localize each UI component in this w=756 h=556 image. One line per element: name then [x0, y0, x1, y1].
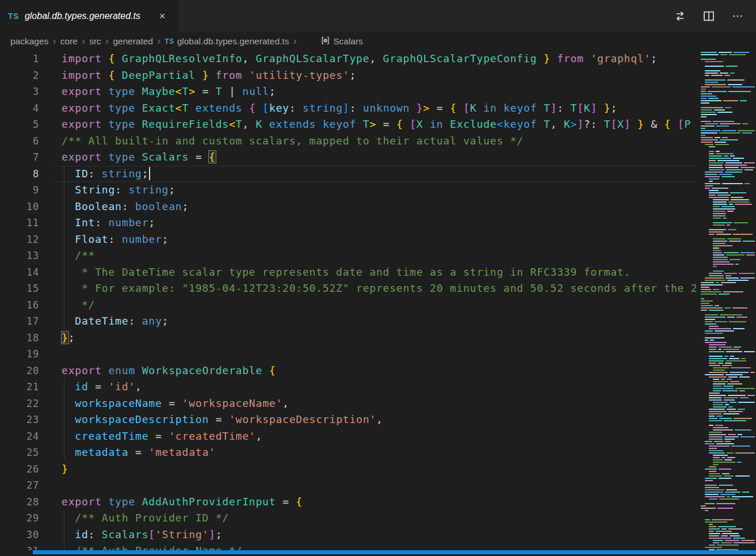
line-number[interactable]: 25 — [0, 444, 52, 461]
code-line[interactable]: /** All built-in and custom scalars, map… — [52, 133, 696, 150]
code-token: String — [75, 184, 115, 196]
code-area[interactable]: 1import { GraphQLResolveInfo, GraphQLSca… — [0, 51, 696, 550]
minimap-line — [701, 346, 755, 348]
line-number[interactable]: 5 — [0, 116, 52, 133]
line-number[interactable]: 9 — [0, 182, 52, 199]
code-line[interactable]: /** Auth Provider ID */ — [52, 510, 696, 527]
line-number[interactable]: 17 — [0, 313, 52, 330]
line-number[interactable]: 21 — [0, 379, 52, 395]
breadcrumb-item-file[interactable]: TS global.db.types.generated.ts — [165, 36, 289, 47]
line-number[interactable]: 18 — [0, 330, 52, 346]
line-number[interactable]: 31 — [0, 543, 52, 550]
minimap-line — [701, 411, 755, 412]
line-number[interactable]: 24 — [0, 428, 52, 445]
breadcrumb-item-packages[interactable]: packages — [10, 36, 48, 47]
minimap-line — [701, 409, 755, 410]
line-number[interactable]: 6 — [0, 133, 52, 150]
code-line[interactable]: id: Scalars['String']; — [52, 527, 696, 543]
more-actions-icon[interactable] — [730, 8, 746, 24]
line-number[interactable]: 1 — [0, 51, 52, 67]
line-number[interactable]: 2 — [0, 67, 52, 84]
minimap-line — [701, 317, 755, 318]
minimap-line — [701, 498, 755, 500]
code-line[interactable]: }; — [52, 330, 696, 346]
code-line[interactable]: export type Scalars = { — [52, 149, 696, 166]
line-number[interactable]: 13 — [0, 247, 52, 264]
line-number[interactable]: 11 — [0, 215, 52, 231]
minimap-line — [701, 195, 755, 196]
line-number[interactable]: 28 — [0, 494, 52, 511]
code-token: , — [242, 118, 255, 130]
code-line[interactable]: Boolean: boolean; — [52, 199, 696, 215]
line-number[interactable]: 29 — [0, 510, 52, 527]
code-line[interactable]: export type AddAuthProviderInput = { — [52, 494, 696, 511]
code-line[interactable]: import { DeepPartial } from 'utility-typ… — [52, 67, 696, 84]
minimap-line — [701, 422, 755, 424]
code-line[interactable]: /** Auth Provider Name */ — [52, 543, 696, 550]
line-number[interactable]: 15 — [0, 280, 52, 297]
line-number[interactable]: 26 — [0, 461, 52, 478]
code-line[interactable]: ID: string; — [52, 166, 696, 182]
minimap-line — [701, 160, 755, 161]
line-number[interactable]: 27 — [0, 477, 52, 494]
minimap-line — [701, 321, 755, 322]
minimap[interactable] — [696, 51, 756, 550]
code-line[interactable]: export type Exact<T extends { [key: stri… — [52, 100, 696, 117]
code-line[interactable]: DateTime: any; — [52, 313, 696, 330]
tab-global-db-types[interactable]: TS global.db.types.generated.ts × — [0, 0, 178, 32]
code-line[interactable]: id = 'id', — [52, 379, 696, 395]
line-number[interactable]: 4 — [0, 100, 52, 117]
code-token: } — [417, 102, 423, 114]
breadcrumb-item-src[interactable]: src — [89, 36, 101, 47]
breadcrumb-item-core[interactable]: core — [60, 36, 78, 47]
code-line[interactable]: workspaceName = 'workspaceName', — [52, 395, 696, 412]
line-number[interactable]: 7 — [0, 149, 52, 166]
code-line[interactable]: export type RequireFields<T, K extends k… — [52, 116, 696, 133]
code-line[interactable]: metadata = 'metadata' — [52, 444, 696, 461]
line-number[interactable]: 3 — [0, 83, 52, 100]
code-line[interactable]: export enum WorkspaceOrderable { — [52, 363, 696, 379]
code-token: ; — [162, 315, 169, 327]
line-number[interactable]: 8 — [0, 166, 52, 182]
code-line[interactable] — [52, 477, 696, 494]
code-line[interactable]: import { GraphQLResolveInfo, GraphQLScal… — [52, 51, 696, 67]
minimap-line — [701, 462, 755, 463]
line-number[interactable]: 30 — [0, 527, 52, 543]
code-token: T — [236, 118, 243, 130]
minimap-line — [701, 508, 755, 509]
code-line[interactable]: createdTime = 'createdTime', — [52, 428, 696, 445]
code-line[interactable] — [52, 346, 696, 363]
code-line[interactable]: /** — [52, 247, 696, 264]
code-line[interactable]: export type Maybe<T> = T | null; — [52, 83, 696, 100]
line-number[interactable]: 14 — [0, 264, 52, 281]
code-line[interactable]: Float: number; — [52, 231, 696, 248]
minimap-line — [701, 211, 755, 212]
code-token — [62, 380, 75, 393]
close-tab-icon[interactable]: × — [155, 9, 169, 23]
split-editor-icon[interactable] — [701, 8, 717, 24]
line-number[interactable]: 20 — [0, 363, 52, 379]
line-number[interactable]: 22 — [0, 395, 52, 412]
minimap-line — [701, 517, 755, 518]
line-number[interactable]: 16 — [0, 297, 52, 314]
code-line[interactable]: * For example: "1985-04-12T23:20:50.52Z"… — [52, 280, 696, 297]
code-token: T — [363, 118, 370, 130]
line-number[interactable]: 10 — [0, 199, 52, 215]
minimap-line — [701, 86, 755, 87]
line-number[interactable]: 19 — [0, 346, 52, 363]
code-line[interactable]: * The DateTime scalar type represents da… — [52, 264, 696, 281]
code-line[interactable]: */ — [52, 297, 696, 314]
code-line[interactable]: workspaceDescription = 'workspaceDescrip… — [52, 412, 696, 428]
code-line[interactable]: String: string; — [52, 182, 696, 199]
code-token — [62, 167, 75, 180]
compare-changes-icon[interactable] — [672, 8, 688, 24]
minimap-line — [701, 457, 755, 458]
line-number[interactable]: 23 — [0, 412, 52, 428]
line-number[interactable]: 12 — [0, 231, 52, 248]
minimap-line — [701, 381, 755, 382]
code-line[interactable]: } — [52, 461, 696, 478]
minimap-line — [701, 494, 755, 495]
code-line[interactable]: Int: number; — [52, 215, 696, 231]
breadcrumb-item-generated[interactable]: generated — [113, 36, 153, 47]
minimap-line — [701, 487, 755, 488]
